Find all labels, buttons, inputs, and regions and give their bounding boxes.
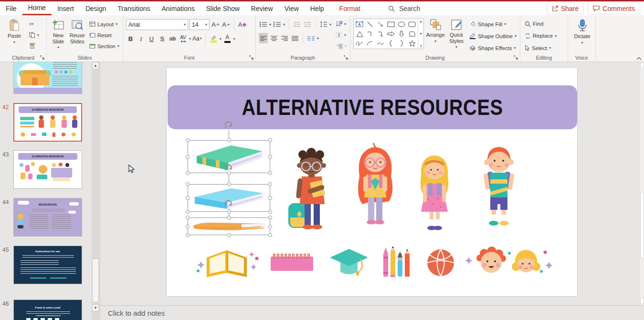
convert-smartart-button[interactable]: ▾ — [334, 41, 348, 51]
collapse-ribbon-button[interactable] — [636, 57, 642, 60]
graduation-cap-icon[interactable] — [328, 245, 370, 279]
numbering-button[interactable] — [273, 19, 282, 30]
shape-textbox-icon[interactable] — [354, 20, 365, 29]
shrink-font-button[interactable]: A — [222, 20, 231, 30]
selection-handle[interactable] — [268, 233, 272, 237]
kids-faces-icon[interactable] — [465, 247, 556, 278]
format-painter-button[interactable] — [28, 41, 41, 51]
share-button[interactable]: Share — [547, 2, 584, 14]
selection-handle[interactable] — [227, 138, 231, 142]
new-slide-dropdown[interactable]: ▾ — [57, 45, 59, 50]
clear-formatting-button[interactable]: A — [238, 20, 247, 30]
notes-area[interactable]: Click to add notes — [100, 305, 644, 320]
align-left-button[interactable] — [259, 33, 268, 43]
tab-view[interactable]: View — [279, 3, 305, 15]
font-dialog-launcher[interactable] — [249, 55, 253, 60]
font-color-button[interactable]: A — [223, 33, 232, 44]
tab-file[interactable]: File — [0, 3, 22, 15]
dictate-dropdown[interactable]: ▾ — [581, 41, 583, 45]
character-spacing-button[interactable]: AV — [179, 33, 188, 44]
selection-handle[interactable] — [186, 182, 190, 186]
selection-handle[interactable] — [186, 210, 190, 214]
illustration-boy-glasses[interactable] — [284, 147, 338, 235]
align-text-button[interactable]: ▾ — [334, 30, 348, 40]
open-book-icon[interactable] — [196, 245, 261, 279]
shape-fill-button[interactable]: Shape Fill▾ — [468, 19, 518, 29]
selection-handle[interactable] — [186, 138, 190, 142]
rotation-handle[interactable] — [224, 200, 233, 209]
workspace-scroll-down[interactable] — [640, 298, 644, 304]
shape-elbow-arrow-icon[interactable] — [375, 29, 386, 39]
selection-handle[interactable] — [186, 225, 190, 228]
shape-elbow-icon[interactable] — [365, 29, 375, 39]
selection-handle[interactable] — [186, 196, 190, 200]
selection-handle[interactable] — [227, 182, 231, 186]
replace-button[interactable]: Replace▾ — [523, 31, 558, 41]
text-shadow-button[interactable]: S — [158, 33, 167, 44]
shape-curve-icon[interactable] — [375, 39, 386, 48]
columns-button[interactable] — [306, 33, 316, 43]
tab-design[interactable]: Design — [80, 3, 112, 15]
find-button[interactable]: Find — [523, 19, 558, 29]
font-size-combo[interactable]: 14▾ — [190, 19, 210, 30]
text-direction-button[interactable]: ▾ — [334, 19, 348, 29]
workspace-scroll-thumb[interactable] — [640, 192, 644, 258]
basketball-icon[interactable] — [426, 248, 455, 278]
underline-button[interactable]: U — [147, 33, 156, 44]
cut-button[interactable]: ✂ — [28, 19, 41, 29]
workspace-scroll-up[interactable] — [640, 62, 644, 69]
shape-right-arrow-icon[interactable] — [386, 29, 396, 39]
selection-handle[interactable] — [227, 233, 231, 237]
shape-arc-icon[interactable] — [365, 39, 375, 48]
selection-handle[interactable] — [268, 210, 272, 214]
highlight-color-button[interactable] — [209, 33, 218, 44]
selection-handle[interactable] — [186, 155, 190, 159]
increase-indent-button[interactable] — [303, 19, 312, 30]
new-slide-button[interactable]: New Slide ▾ — [50, 18, 67, 53]
reset-button[interactable]: Reset — [88, 30, 121, 40]
bullets-button[interactable] — [259, 19, 268, 30]
shape-gallery-more[interactable]: ⊽ — [420, 44, 422, 48]
layout-button[interactable]: Layout▾ — [88, 19, 121, 29]
section-button[interactable]: Section▾ — [88, 41, 121, 51]
shape-rounded-rectangle-icon[interactable] — [407, 20, 417, 29]
thumbnail-scroll-up[interactable]: ▲ — [92, 62, 99, 69]
selection-handle[interactable] — [186, 233, 190, 237]
align-right-button[interactable] — [280, 33, 289, 43]
shape-rectangle-icon[interactable] — [386, 20, 396, 29]
thumbnail-scrollbar[interactable]: ▲ ▼ — [92, 62, 99, 320]
drawing-dialog-launcher[interactable] — [514, 55, 518, 60]
slide-canvas[interactable]: ALTERNATIVE RESOURCES — [166, 67, 578, 297]
align-center-button[interactable] — [269, 33, 278, 43]
shape-triangle-icon[interactable] — [354, 29, 365, 39]
shape-right-brace-icon[interactable] — [396, 39, 407, 48]
italic-button[interactable]: I — [137, 33, 146, 44]
shape-arrow-icon[interactable] — [375, 20, 386, 29]
shape-gallery-up[interactable]: ▲ — [419, 20, 422, 23]
ruler-icon[interactable] — [269, 250, 315, 274]
rotation-handle[interactable] — [224, 164, 233, 173]
quick-styles-dropdown[interactable]: ▾ — [455, 45, 457, 49]
selection-handle[interactable] — [268, 138, 272, 142]
shape-effects-button[interactable]: Shape Effects▾ — [468, 43, 518, 53]
comments-button[interactable]: Comments — [588, 2, 640, 14]
selection-handle[interactable] — [268, 216, 272, 219]
line-spacing-button[interactable] — [319, 19, 328, 30]
shape-star-icon[interactable] — [407, 39, 417, 48]
tab-slideshow[interactable]: Slide Show — [201, 3, 245, 15]
illustration-boy-backpack[interactable] — [471, 142, 526, 234]
tab-review[interactable]: Review — [245, 3, 279, 15]
illustration-girl-redhair[interactable] — [347, 142, 403, 233]
tab-animations[interactable]: Animations — [156, 3, 200, 15]
rotation-handle[interactable] — [224, 121, 233, 130]
paste-dropdown[interactable]: ▾ — [13, 40, 15, 44]
paragraph-dialog-launcher[interactable] — [344, 55, 348, 60]
selection-box-orange-book[interactable] — [188, 217, 270, 235]
shape-gallery[interactable]: ▲ ▼ ⊽ — [353, 19, 424, 49]
selection-handle[interactable] — [227, 216, 231, 219]
shape-down-arrow-icon[interactable] — [396, 29, 407, 39]
selection-handle[interactable] — [268, 225, 272, 228]
thumbnail-scroll-thumb[interactable] — [92, 258, 99, 302]
reuse-slides-button[interactable]: Reuse Slides — [69, 18, 86, 53]
tab-home[interactable]: Home — [22, 2, 52, 15]
